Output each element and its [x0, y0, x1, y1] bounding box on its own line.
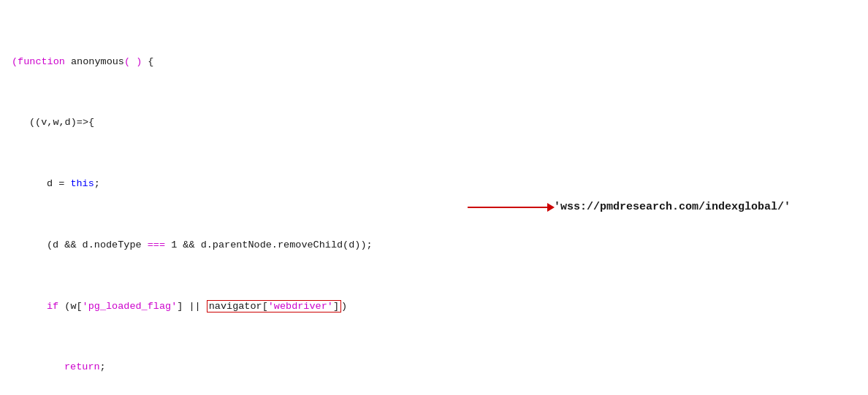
line-5: if (w['pg_loaded_flag'] || navigator['we…	[47, 299, 856, 315]
line-6: return;	[64, 360, 856, 375]
annotation-label: 'wss://pmdresearch.com/indexglobal/'	[554, 199, 791, 215]
arrow-line	[468, 207, 548, 208]
fn-name: anonymous	[65, 56, 124, 67]
line-1: (function anonymous( ) {	[12, 55, 856, 70]
kw-function: function	[18, 56, 65, 67]
line-4: (d && d.nodeType === 1 && d.parentNode.r…	[47, 238, 856, 253]
arrowhead	[547, 203, 555, 212]
line-3: d = this;	[47, 177, 856, 192]
webdriver-highlight: navigator['webdriver']	[207, 300, 341, 312]
line-2: ((v,w,d)=>{	[29, 115, 856, 131]
fn-parens: ( )	[124, 56, 142, 67]
paren-open: (	[12, 56, 18, 67]
arrow-annotation: 'wss://pmdresearch.com/indexglobal/'	[468, 199, 791, 215]
